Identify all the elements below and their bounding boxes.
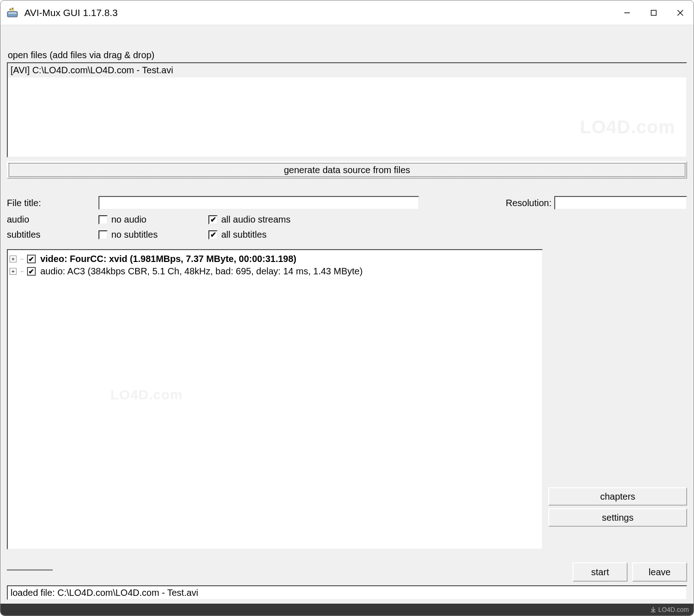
tree-row-audio[interactable]: + ·· ✔ audio: AC3 (384kbps CBR, 5.1 Ch, … xyxy=(10,265,540,278)
client-area: LO4D.com LO4D.com open files (add files … xyxy=(0,25,694,604)
bottom-buttons: start leave xyxy=(573,562,687,582)
expand-icon[interactable]: + xyxy=(10,256,16,262)
footer-watermark: LO4D.com xyxy=(0,604,694,616)
stream-text: audio: AC3 (384kbps CBR, 5.1 Ch, 48kHz, … xyxy=(40,266,363,277)
leave-button[interactable]: leave xyxy=(632,562,687,582)
checkbox-label: no audio xyxy=(111,214,147,225)
titlebar: AVI-Mux GUI 1.17.8.3 xyxy=(0,0,694,25)
subtitles-row-label: subtitles xyxy=(7,229,98,240)
no-subtitles-checkbox[interactable]: no subtitles xyxy=(98,229,208,240)
open-files-label: open files (add files via drag & drop) xyxy=(8,50,687,60)
svg-point-3 xyxy=(12,7,13,8)
all-subtitles-checkbox[interactable]: ✔ all subtitles xyxy=(208,229,378,240)
resolution-label: Resolution: xyxy=(492,198,554,208)
minimize-button[interactable] xyxy=(614,0,640,25)
svg-rect-0 xyxy=(7,11,17,17)
checkbox-icon xyxy=(98,215,108,224)
stream-text: video: FourCC: xvid (1.981MBps, 7.37 MBy… xyxy=(40,254,296,264)
svg-rect-1 xyxy=(8,12,16,14)
no-audio-checkbox[interactable]: no audio xyxy=(98,214,208,225)
streams-tree[interactable]: + ·· ✔ video: FourCC: xvid (1.981MBps, 7… xyxy=(7,249,543,550)
all-audio-checkbox[interactable]: ✔ all audio streams xyxy=(208,214,378,225)
app-icon xyxy=(6,6,19,19)
divider xyxy=(7,569,53,571)
options-grid: File title: Resolution: audio no audio ✔… xyxy=(7,196,687,240)
checkbox-icon[interactable]: ✔ xyxy=(27,255,36,263)
tree-connector: ·· xyxy=(20,255,23,263)
tree-connector: ·· xyxy=(20,267,23,276)
open-files-list[interactable]: [AVI] C:\LO4D.com\LO4D.com - Test.avi xyxy=(7,62,687,158)
checkbox-label: no subtitles xyxy=(111,229,158,240)
window-title: AVI-Mux GUI 1.17.8.3 xyxy=(24,7,614,18)
side-buttons: chapters settings xyxy=(548,249,687,550)
output-row: start leave xyxy=(7,558,687,582)
checkbox-icon: ✔ xyxy=(208,215,218,224)
generate-data-source-button[interactable]: generate data source from files xyxy=(7,161,687,179)
checkbox-label: all audio streams xyxy=(221,214,290,225)
resolution-input[interactable] xyxy=(554,196,687,210)
checkbox-icon xyxy=(98,230,108,240)
close-button[interactable] xyxy=(667,0,694,25)
file-title-input[interactable] xyxy=(98,196,419,210)
list-item[interactable]: [AVI] C:\LO4D.com\LO4D.com - Test.avi xyxy=(8,63,686,77)
file-title-label: File title: xyxy=(7,198,98,208)
svg-rect-5 xyxy=(651,10,656,15)
expand-icon[interactable]: + xyxy=(10,268,16,275)
status-bar: loaded file: C:\LO4D.com\LO4D.com - Test… xyxy=(7,585,687,600)
streams-row: + ·· ✔ video: FourCC: xvid (1.981MBps, 7… xyxy=(7,249,687,550)
audio-row-label: audio xyxy=(7,214,98,225)
chapters-button[interactable]: chapters xyxy=(548,487,687,506)
tree-row-video[interactable]: + ·· ✔ video: FourCC: xvid (1.981MBps, 7… xyxy=(10,253,540,265)
download-icon xyxy=(650,606,656,613)
checkbox-icon: ✔ xyxy=(208,230,218,240)
footer-text: LO4D.com xyxy=(658,606,689,613)
checkbox-icon[interactable]: ✔ xyxy=(27,267,36,276)
start-button[interactable]: start xyxy=(573,562,628,582)
maximize-button[interactable] xyxy=(640,0,667,25)
app-window: AVI-Mux GUI 1.17.8.3 LO4D.com LO4D.com o… xyxy=(0,0,694,616)
svg-point-2 xyxy=(10,8,11,9)
checkbox-label: all subtitles xyxy=(221,229,267,240)
settings-button[interactable]: settings xyxy=(548,508,687,527)
